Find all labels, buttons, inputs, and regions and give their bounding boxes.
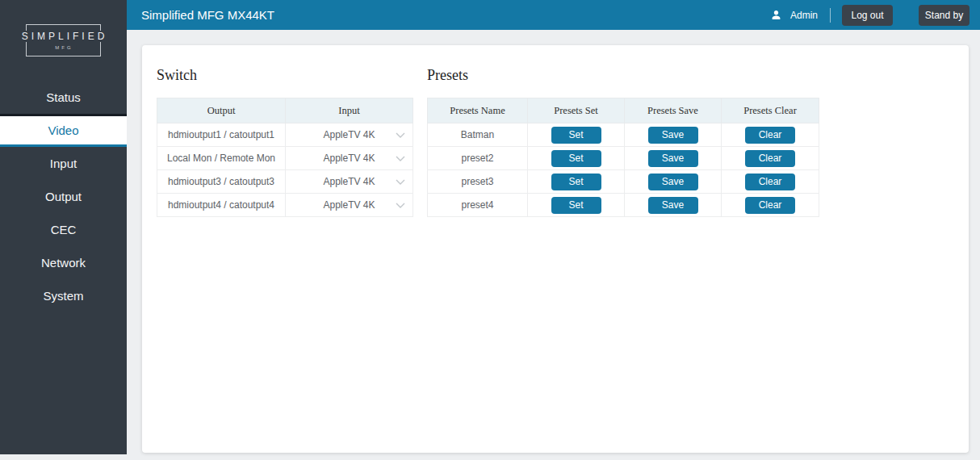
chevron-down-icon [396,203,405,208]
save-button-4[interactable]: Save [648,197,698,214]
column-header-presets-name: Presets Name [428,98,528,123]
output-label: hdmioutput3 / catoutput3 [157,170,286,194]
column-header-presets-save: Presets Save [625,98,722,123]
output-label: hdmioutput1 / catoutput1 [157,123,286,147]
save-button-3[interactable]: Save [648,174,698,190]
app-title: Simplified MFG MX44KT [141,8,274,22]
output-label: Local Mon / Remote Mon [157,147,286,170]
output-label: hdmioutput4 / catoutput4 [157,194,286,217]
set-button-2[interactable]: Set [551,150,601,167]
preset-name: preset2 [428,147,528,170]
logo-subtext: MFG [50,45,76,51]
chevron-down-icon [396,156,405,161]
input-select-value: AppleTV 4K [323,153,375,164]
standby-button[interactable]: Stand by [919,5,970,26]
main-panel: Switch Output Input hdmioutput1 / catout… [142,45,969,453]
clear-button-4[interactable]: Clear [745,197,795,214]
clear-button-1[interactable]: Clear [745,127,795,144]
presets-table: Presets Name Presets Set Presets Save Pr… [427,98,819,217]
sidebar-item-network[interactable]: Network [0,246,127,279]
input-select-value: AppleTV 4K [323,129,375,140]
topbar: Simplified MFG MX44KT Admin Log out Stan… [127,0,980,30]
save-button-2[interactable]: Save [648,150,698,167]
table-row: preset4 Set Save Clear [428,194,819,217]
switch-table: Output Input hdmioutput1 / catoutput1 Ap… [157,98,413,217]
sidebar-item-status[interactable]: Status [0,81,127,114]
brand-logo: SIMPLIFIED MFG [26,24,101,56]
preset-name: preset3 [428,170,528,194]
presets-section: Presets Presets Name Presets Set Presets… [427,67,819,217]
set-button-4[interactable]: Set [551,197,601,214]
logo-text: SIMPLIFIED [19,31,109,42]
sidebar-menu: Status Video Input Output CEC Network Sy… [0,81,127,312]
presets-title: Presets [427,67,819,84]
logged-in-user: Admin [790,10,818,21]
sidebar: SIMPLIFIED MFG Status Video Input Output… [0,0,127,454]
input-select-1[interactable]: AppleTV 4K [286,123,413,147]
preset-name: Batman [428,123,528,147]
input-select-2[interactable]: AppleTV 4K [286,147,413,170]
input-select-3[interactable]: AppleTV 4K [286,170,413,194]
table-row: hdmioutput4 / catoutput4 AppleTV 4K [157,194,413,217]
table-row: hdmioutput1 / catoutput1 AppleTV 4K [157,123,413,147]
column-header-presets-clear: Presets Clear [722,98,819,123]
sidebar-item-output[interactable]: Output [0,180,127,213]
chevron-down-icon [396,179,405,185]
clear-button-3[interactable]: Clear [745,174,795,190]
input-select-value: AppleTV 4K [323,176,375,187]
table-row: Local Mon / Remote Mon AppleTV 4K [157,147,413,170]
set-button-1[interactable]: Set [551,127,601,144]
table-row: Batman Set Save Clear [428,123,819,147]
clear-button-2[interactable]: Clear [745,150,795,167]
sidebar-item-cec[interactable]: CEC [0,213,127,246]
column-header-input: Input [286,98,413,123]
screen: SIMPLIFIED MFG Status Video Input Output… [0,0,980,460]
sidebar-item-input[interactable]: Input [0,147,127,180]
column-header-output: Output [157,98,286,123]
topbar-divider [830,8,831,23]
sidebar-item-video[interactable]: Video [0,114,127,147]
chevron-down-icon [396,132,405,138]
input-select-value: AppleTV 4K [323,199,375,211]
sidebar-item-system[interactable]: System [0,279,127,312]
table-row: preset2 Set Save Clear [428,147,819,170]
logout-button[interactable]: Log out [842,5,893,26]
preset-name: preset4 [428,194,528,217]
switch-title: Switch [157,67,413,84]
table-row: hdmioutput3 / catoutput3 AppleTV 4K [157,170,413,194]
input-select-4[interactable]: AppleTV 4K [286,194,413,217]
save-button-1[interactable]: Save [648,127,698,144]
user-icon [771,10,781,20]
topbar-actions: Admin Log out Stand by [771,5,980,26]
table-row: preset3 Set Save Clear [428,170,819,194]
set-button-3[interactable]: Set [551,174,601,190]
switch-header-row: Output Input [157,98,413,123]
switch-section: Switch Output Input hdmioutput1 / catout… [157,67,413,217]
presets-header-row: Presets Name Presets Set Presets Save Pr… [428,98,819,123]
column-header-presets-set: Presets Set [528,98,625,123]
